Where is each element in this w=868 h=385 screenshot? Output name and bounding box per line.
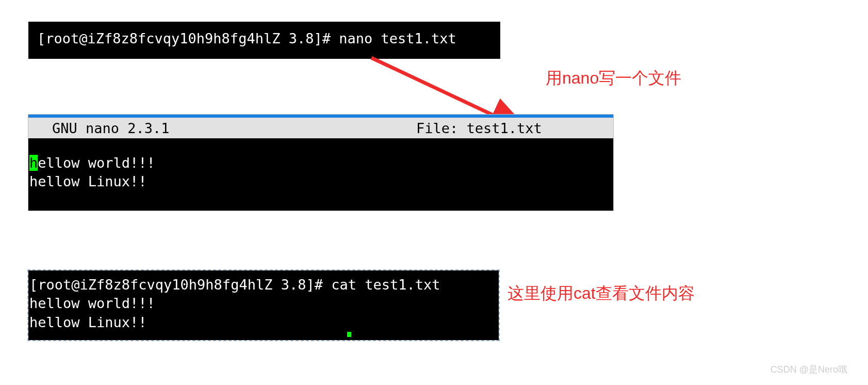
nano-line-1-rest: ellow world!!! <box>38 155 155 171</box>
terminal-top-fragment <box>28 22 500 29</box>
nano-file-label: File: test1.txt <box>416 120 542 136</box>
nano-program-name: GNU nano 2.3.1 <box>52 120 170 136</box>
terminal2-cursor-icon <box>347 332 351 337</box>
terminal-cat-output: [root@iZf8z8fcvqy10h9h8fg4hlZ 3.8]# cat … <box>28 270 499 340</box>
nano-cursor: h <box>29 155 38 171</box>
nano-editor-window: GNU nano 2.3.1 File: test1.txt hellow wo… <box>28 114 614 211</box>
terminal2-output-line-2: hellow Linux!! <box>29 313 499 332</box>
terminal-nano-command: [root@iZf8z8fcvqy10h9h8fg4hlZ 3.8]# nano… <box>28 22 500 59</box>
terminal2-prompt-line: [root@iZf8z8fcvqy10h9h8fg4hlZ 3.8]# cat … <box>29 276 499 294</box>
nano-editor-body[interactable]: hellow world!!! hellow Linux!! <box>28 138 613 211</box>
terminal2-top-fragment <box>29 270 499 276</box>
terminal-prompt-line: [root@iZf8z8fcvqy10h9h8fg4hlZ 3.8]# nano… <box>28 29 500 49</box>
nano-line-2: hellow Linux!! <box>29 172 613 191</box>
watermark-text: CSDN @是Nero哦 <box>771 363 847 376</box>
annotation-nano-write: 用nano写一个文件 <box>546 67 681 90</box>
terminal2-output-line-1: hellow world!!! <box>29 294 499 313</box>
annotation-cat-view: 这里使用cat查看文件内容 <box>507 282 695 305</box>
nano-header: GNU nano 2.3.1 File: test1.txt <box>28 118 613 138</box>
nano-line-1: hellow world!!! <box>29 154 613 172</box>
